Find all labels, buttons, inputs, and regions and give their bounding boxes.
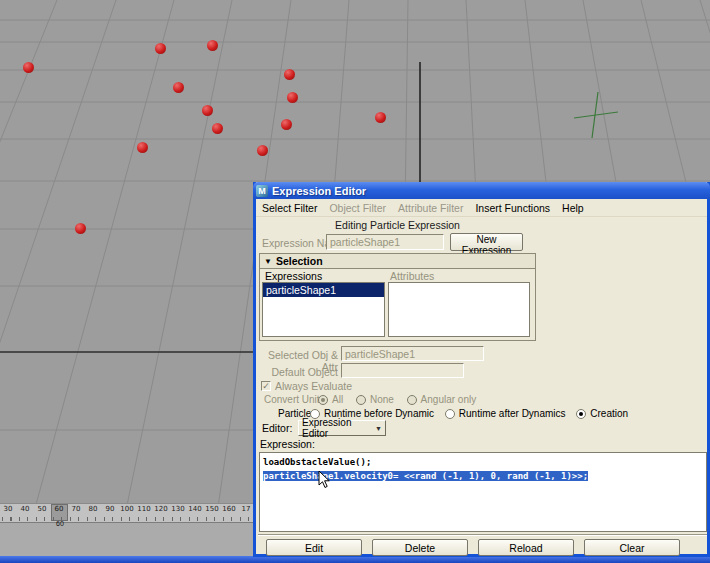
divider	[258, 534, 707, 536]
menubar: Select FilterObject FilterAttribute Filt…	[256, 199, 707, 217]
timeline-frame-label: 40	[21, 505, 30, 513]
current-frame-value: 60	[50, 520, 70, 527]
reload-button[interactable]: Reload	[478, 539, 574, 556]
menu-object-filter: Object Filter	[323, 202, 392, 214]
particle	[137, 142, 148, 153]
menu-select-filter[interactable]: Select Filter	[256, 202, 323, 214]
delete-button[interactable]: Delete	[372, 539, 468, 556]
edit-button[interactable]: Edit	[266, 539, 362, 556]
attributes-column-label: Attributes	[390, 270, 434, 282]
expressions-listbox[interactable]: particleShape1	[262, 282, 385, 337]
expressions-list-item[interactable]: particleShape1	[263, 283, 384, 297]
particle	[212, 123, 223, 134]
new-expression-button[interactable]: New Expression	[450, 233, 523, 251]
timeline-frame-label: 120	[154, 505, 167, 513]
dialog-button-row: EditDeleteReloadClear	[256, 539, 706, 556]
expressions-column-label: Expressions	[265, 270, 322, 282]
particle	[257, 145, 268, 156]
selection-header-label: Selection	[276, 255, 323, 267]
timeline-frame-label: 17	[242, 505, 251, 513]
particle	[207, 40, 218, 51]
particle	[202, 105, 213, 116]
selected-obj-attr-field: particleShape1	[341, 346, 484, 361]
timeline-frame-label: 110	[137, 505, 150, 513]
timeline-frame-label: 60	[55, 505, 64, 513]
timeline-frame-label: 30	[4, 505, 13, 513]
timeline-frame-label: 80	[89, 505, 98, 513]
timeline-frame-label: 100	[120, 505, 133, 513]
bottom-blue-bar	[0, 556, 710, 563]
expression-name-field: particleShape1	[326, 234, 444, 250]
mouse-cursor-icon	[318, 470, 332, 490]
radio-none	[356, 395, 366, 405]
timeline-frame-label: 70	[72, 505, 81, 513]
editing-mode-label: Editing Particle Expression	[259, 219, 536, 231]
editor-dropdown-value: Expression Editor	[302, 417, 375, 439]
editor-label: Editor:	[262, 422, 292, 434]
expression-editor-window: M Expression Editor Select FilterObject …	[253, 182, 710, 557]
particle	[75, 223, 86, 234]
particle	[155, 43, 166, 54]
expression-code-line[interactable]: loadObstacleValue();	[263, 455, 703, 469]
timeline-frame-label: 160	[222, 505, 235, 513]
default-object-label: Default Object	[256, 366, 338, 378]
clear-button[interactable]: Clear	[584, 539, 680, 556]
menu-attribute-filter: Attribute Filter	[392, 202, 469, 214]
editor-dropdown[interactable]: Expression Editor ▼	[298, 420, 386, 436]
particle	[281, 119, 292, 130]
particle	[173, 82, 184, 93]
particle	[23, 62, 34, 73]
radio-all	[318, 395, 328, 405]
collapse-triangle-icon: ▼	[264, 257, 272, 266]
default-object-field	[341, 363, 464, 378]
titlebar[interactable]: M Expression Editor	[253, 182, 710, 199]
locator-cross-icon	[574, 92, 618, 138]
timeline-frame-label: 140	[188, 505, 201, 513]
particle	[284, 69, 295, 80]
expression-label: Expression:	[260, 438, 315, 450]
timeline[interactable]: 3040506070809010011012013014015016017	[0, 503, 256, 523]
convert-units-options: All None Angular only	[318, 394, 476, 405]
always-evaluate-label: Always Evaluate	[275, 380, 352, 392]
window-title: Expression Editor	[272, 185, 366, 197]
maya-icon: M	[256, 185, 268, 197]
timeline-frame-label: 50	[38, 505, 47, 513]
radio-creation[interactable]	[576, 409, 586, 419]
maya-viewport[interactable]: 3040506070809010011012013014015016017 60…	[0, 0, 710, 563]
chevron-down-icon: ▼	[375, 425, 382, 432]
timeline-frame-label: 150	[205, 505, 218, 513]
expression-text-area[interactable]: loadObstacleValue();particleShape1.veloc…	[259, 452, 707, 532]
radio-angular-only	[407, 395, 417, 405]
menu-help[interactable]: Help	[556, 202, 590, 214]
always-evaluate-checkbox: ✓	[261, 381, 271, 391]
attributes-listbox[interactable]	[388, 282, 530, 337]
menu-insert-functions[interactable]: Insert Functions	[469, 202, 556, 214]
particle	[375, 112, 386, 123]
particle	[287, 92, 298, 103]
timeline-frame-label: 130	[171, 505, 184, 513]
selection-frame-header[interactable]: ▼ Selection	[260, 254, 535, 269]
radio-runtime-after-dynamics[interactable]	[445, 409, 455, 419]
timeline-frame-label: 90	[106, 505, 115, 513]
